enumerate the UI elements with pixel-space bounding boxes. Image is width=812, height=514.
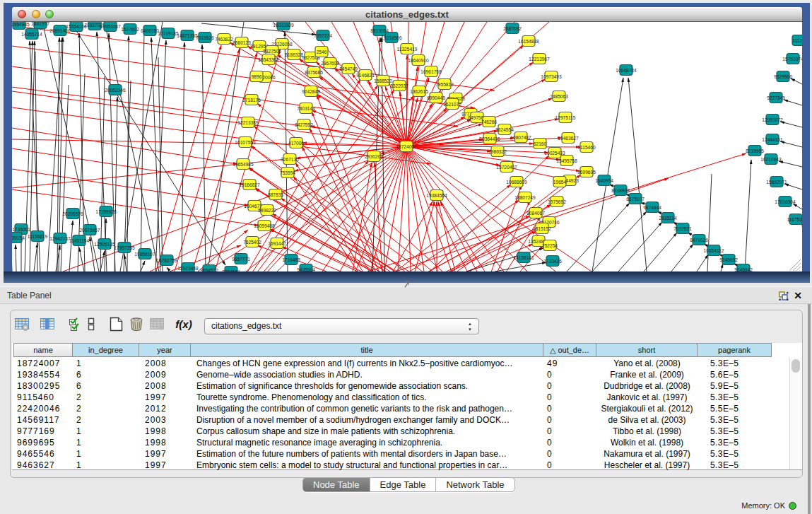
svg-text:12942737: 12942737 — [49, 236, 71, 241]
svg-text:17359928: 17359928 — [95, 209, 117, 214]
svg-text:417006: 417006 — [288, 141, 304, 146]
svg-text:1167533: 1167533 — [787, 217, 802, 222]
svg-text:15692971: 15692971 — [766, 180, 787, 185]
svg-text:f(x): f(x) — [175, 318, 192, 330]
svg-text:9227349: 9227349 — [767, 95, 785, 100]
svg-text:2687682: 2687682 — [503, 26, 522, 31]
svg-text:18640910: 18640910 — [408, 58, 429, 63]
svg-text:17957255: 17957255 — [114, 245, 135, 250]
svg-text:11325419: 11325419 — [397, 47, 418, 52]
svg-text:1939154: 1939154 — [12, 235, 25, 240]
svg-text:2935114: 2935114 — [659, 216, 677, 221]
svg-text:8215955: 8215955 — [746, 148, 764, 153]
svg-text:1621072: 1621072 — [443, 102, 461, 107]
svg-text:10553287: 10553287 — [100, 24, 121, 29]
svg-text:1716485: 1716485 — [282, 257, 300, 262]
svg-text:9327505: 9327505 — [263, 49, 281, 54]
svg-text:18724007: 18724007 — [396, 144, 417, 149]
svg-text:9657771: 9657771 — [232, 257, 250, 262]
svg-text:8427552: 8427552 — [295, 122, 313, 127]
svg-text:20206576: 20206576 — [62, 211, 83, 216]
svg-text:16543362: 16543362 — [258, 57, 279, 62]
svg-text:19218506: 19218506 — [381, 35, 402, 40]
svg-text:6679197: 6679197 — [626, 197, 645, 201]
svg-text:15751074: 15751074 — [782, 57, 802, 62]
svg-text:8375685: 8375685 — [305, 70, 323, 75]
svg-text:2867608: 2867608 — [321, 61, 339, 66]
svg-text:2718176: 2718176 — [242, 98, 261, 103]
svg-text:8471626: 8471626 — [690, 238, 708, 243]
svg-text:1588520: 1588520 — [374, 78, 392, 83]
svg-text:1691447: 1691447 — [268, 241, 286, 246]
svg-text:7955812: 7955812 — [435, 82, 454, 87]
svg-text:9329966: 9329966 — [774, 74, 792, 79]
svg-text:7463822: 7463822 — [215, 37, 233, 42]
svg-text:9084067: 9084067 — [526, 211, 545, 216]
svg-text:6466160: 6466160 — [141, 28, 159, 33]
svg-text:12444151: 12444151 — [762, 137, 783, 142]
svg-text:18099488: 18099488 — [254, 223, 275, 228]
svg-text:252254: 252254 — [542, 243, 558, 248]
svg-text:17016504: 17016504 — [775, 199, 796, 204]
svg-text:19463627: 19463627 — [558, 136, 579, 141]
svg-text:14055714: 14055714 — [21, 32, 42, 37]
svg-text:1362615: 1362615 — [410, 89, 428, 94]
svg-text:10807487: 10807487 — [510, 135, 531, 140]
svg-text:20053346: 20053346 — [105, 88, 126, 93]
svg-text:16648784: 16648784 — [616, 68, 637, 73]
svg-text:20364436: 20364436 — [479, 136, 500, 141]
svg-text:14671355: 14671355 — [177, 33, 198, 38]
svg-text:753594: 753594 — [280, 170, 295, 175]
svg-text:12505135: 12505135 — [94, 242, 115, 247]
svg-text:1527602: 1527602 — [121, 27, 139, 32]
svg-text:9146821: 9146821 — [356, 73, 375, 78]
svg-text:1735061: 1735061 — [12, 227, 30, 232]
svg-text:16961758: 16961758 — [420, 69, 442, 74]
svg-text:1640954: 1640954 — [595, 178, 613, 183]
svg-text:8660123: 8660123 — [233, 40, 251, 45]
svg-text:62160: 62160 — [534, 141, 547, 146]
svg-text:15720407: 15720407 — [496, 165, 517, 170]
svg-text:3267130: 3267130 — [281, 157, 299, 162]
svg-text:10719185: 10719185 — [158, 31, 179, 36]
svg-text:9435564: 9435564 — [297, 267, 315, 272]
svg-text:16154838: 16154838 — [518, 39, 539, 44]
svg-text:12093872: 12093872 — [762, 117, 783, 122]
svg-text:19166827: 19166827 — [239, 182, 260, 187]
svg-text:11156819: 11156819 — [28, 234, 48, 239]
svg-text:7986322: 7986322 — [488, 149, 507, 154]
svg-text:746266: 746266 — [481, 119, 497, 124]
svg-text:11174: 11174 — [792, 38, 802, 43]
svg-text:7632621: 7632621 — [673, 226, 692, 231]
svg-text:10973493: 10973493 — [541, 74, 562, 79]
svg-text:9245042: 9245042 — [734, 267, 753, 272]
svg-text:19654985: 19654985 — [233, 162, 254, 167]
svg-text:1975692: 1975692 — [548, 199, 566, 204]
svg-text:1841697: 1841697 — [31, 22, 49, 26]
svg-text:2930203: 2930203 — [365, 154, 383, 159]
svg-text:12975115: 12975115 — [555, 115, 576, 120]
svg-text:20994935: 20994935 — [12, 22, 30, 27]
svg-text:6990448: 6990448 — [427, 95, 445, 100]
svg-text:16210643: 16210643 — [760, 157, 782, 162]
svg-text:20891406: 20891406 — [49, 28, 71, 33]
svg-text:12213967: 12213967 — [529, 57, 550, 62]
svg-text:7515526: 7515526 — [196, 35, 214, 40]
svg-text:16107553: 16107553 — [235, 140, 256, 145]
svg-text:9474444: 9474444 — [643, 205, 661, 210]
svg-text:7357224: 7357224 — [314, 33, 332, 38]
svg-text:10025433: 10025433 — [544, 151, 565, 156]
svg-text:13495758: 13495758 — [556, 158, 577, 163]
svg-text:9694532: 9694532 — [200, 268, 218, 272]
svg-text:8794561: 8794561 — [222, 269, 240, 272]
svg-text:8186328: 8186328 — [285, 52, 303, 57]
svg-text:16782759: 16782759 — [156, 258, 177, 263]
svg-text:19654: 19654 — [553, 180, 567, 185]
svg-text:8454749: 8454749 — [339, 66, 358, 71]
svg-text:8938923: 8938923 — [611, 188, 630, 193]
svg-text:9115460: 9115460 — [577, 145, 596, 150]
svg-text:19384554: 19384554 — [426, 193, 447, 198]
svg-text:9896: 9896 — [252, 74, 262, 79]
svg-text:16033809: 16033809 — [273, 23, 294, 28]
svg-text:7803144: 7803144 — [297, 106, 315, 111]
